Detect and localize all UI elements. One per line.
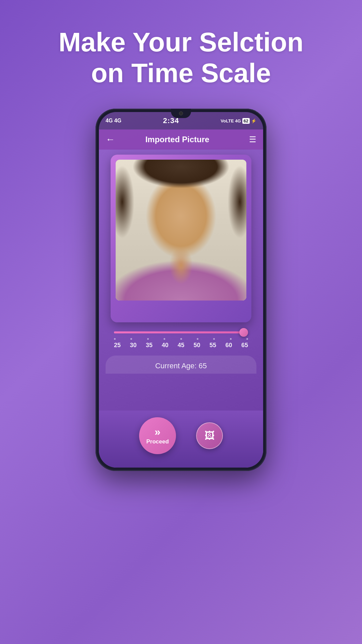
age-label-50: 50 [193,342,200,349]
slider-dot [130,338,132,340]
photo-frame [116,160,246,301]
status-right: VoLTE 4G 62 ⚡ [221,118,256,124]
headline-line1: Make Your Selction [59,27,304,57]
age-label-55: 55 [209,342,216,349]
gallery-button[interactable]: 🖼 [196,422,223,449]
slider-dot [246,338,248,340]
age-label-40: 40 [162,342,168,349]
headline-line2: on Time Scale [91,58,271,88]
back-button[interactable]: ← [106,134,119,145]
image-container [111,155,251,322]
age-section: Current Age: 65 [106,356,256,374]
age-label-25: 25 [114,342,121,349]
signal-info: VoLTE 4G [221,118,241,123]
slider-dot [180,338,182,340]
proceed-button[interactable]: » Proceed [139,417,176,454]
slider-dot [147,338,149,340]
slider-fill [114,331,248,333]
charging-icon: ⚡ [251,118,256,123]
slider-labels: 25 30 35 40 45 50 55 60 65 [114,342,248,349]
current-age-text: Current Age: 65 [155,362,207,370]
slider-dot [213,338,215,340]
battery-indicator: 62 [242,118,250,124]
top-nav: ← Imported Picture ☰ [99,129,263,150]
content-area: 25 30 35 40 45 50 55 60 65 Current Age: … [99,150,263,411]
phone-screen: 4G 4G 2:34 VoLTE 4G 62 ⚡ ← Imported Pict… [99,112,263,468]
menu-button[interactable]: ☰ [249,135,256,144]
network-info: 4G 4G [106,118,121,124]
slider-track [114,331,248,333]
proceed-label: Proceed [146,438,169,445]
camera-dot [179,111,183,115]
age-label-65: 65 [241,342,248,349]
photo-person [116,160,246,301]
phone-shell: 4G 4G 2:34 VoLTE 4G 62 ⚡ ← Imported Pict… [96,109,266,471]
age-label-60: 60 [225,342,232,349]
nav-title: Imported Picture [119,135,236,144]
slider-dot [114,338,116,340]
gallery-icon: 🖼 [204,430,215,441]
slider-dots [114,338,248,340]
slider-section: 25 30 35 40 45 50 55 60 65 [111,327,251,349]
status-left: 4G 4G [106,118,121,124]
age-label-45: 45 [178,342,184,349]
slider-dot [197,338,198,340]
notch [171,109,191,118]
bottom-area: » Proceed 🖼 [99,411,263,468]
proceed-arrows-icon: » [155,426,161,437]
slider-dot [230,338,232,340]
slider-thumb[interactable] [239,328,248,337]
age-label-35: 35 [146,342,153,349]
slider-track-container[interactable] [114,327,248,337]
age-label-30: 30 [130,342,136,349]
slider-dot [164,338,165,340]
headline: Make Your Selction on Time Scale [47,27,315,89]
